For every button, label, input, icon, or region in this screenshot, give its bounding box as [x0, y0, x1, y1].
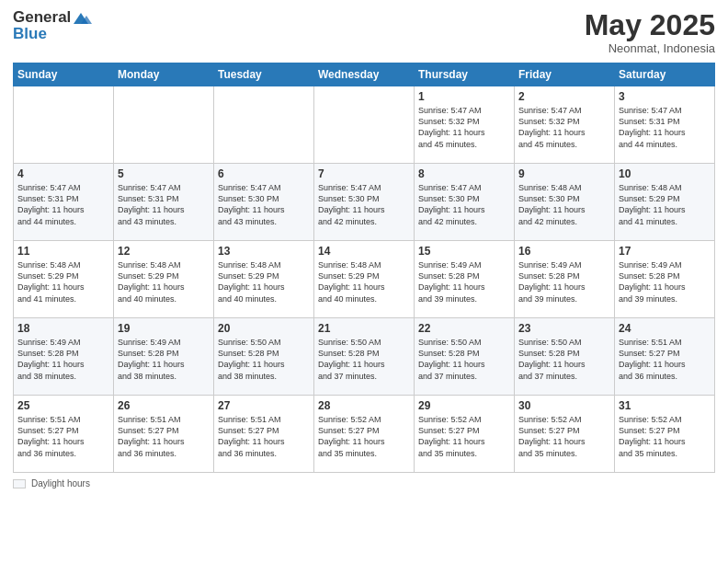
day-number: 18: [17, 322, 109, 335]
calendar-table: SundayMondayTuesdayWednesdayThursdayFrid…: [13, 63, 715, 473]
calendar-cell: 23Sunrise: 5:50 AM Sunset: 5:28 PM Dayli…: [515, 318, 615, 396]
day-info: Sunrise: 5:52 AM Sunset: 5:27 PM Dayligh…: [619, 414, 711, 459]
day-info: Sunrise: 5:48 AM Sunset: 5:29 PM Dayligh…: [17, 259, 109, 304]
day-info: Sunrise: 5:49 AM Sunset: 5:28 PM Dayligh…: [418, 259, 510, 304]
day-info: Sunrise: 5:47 AM Sunset: 5:31 PM Dayligh…: [17, 182, 109, 227]
weekday-header-saturday: Saturday: [615, 63, 715, 86]
day-info: Sunrise: 5:49 AM Sunset: 5:28 PM Dayligh…: [619, 259, 711, 304]
day-info: Sunrise: 5:52 AM Sunset: 5:27 PM Dayligh…: [418, 414, 510, 459]
day-info: Sunrise: 5:48 AM Sunset: 5:29 PM Dayligh…: [118, 259, 210, 304]
page-header: General Blue May 2025 Neonmat, Indonesia: [13, 9, 715, 55]
calendar-cell: [114, 86, 214, 164]
day-info: Sunrise: 5:51 AM Sunset: 5:27 PM Dayligh…: [619, 337, 711, 382]
day-number: 25: [17, 399, 109, 412]
day-number: 31: [619, 399, 711, 412]
logo-icon: [72, 9, 92, 26]
calendar-cell: 1Sunrise: 5:47 AM Sunset: 5:32 PM Daylig…: [415, 86, 515, 164]
day-info: Sunrise: 5:50 AM Sunset: 5:28 PM Dayligh…: [418, 337, 510, 382]
calendar-cell: 8Sunrise: 5:47 AM Sunset: 5:30 PM Daylig…: [415, 164, 515, 241]
calendar-cell: 31Sunrise: 5:52 AM Sunset: 5:27 PM Dayli…: [615, 396, 715, 473]
logo-blue: Blue: [13, 26, 92, 43]
day-number: 5: [118, 167, 210, 180]
day-info: Sunrise: 5:50 AM Sunset: 5:28 PM Dayligh…: [218, 337, 310, 382]
day-info: Sunrise: 5:47 AM Sunset: 5:31 PM Dayligh…: [118, 182, 210, 227]
day-number: 27: [218, 399, 310, 412]
day-info: Sunrise: 5:48 AM Sunset: 5:29 PM Dayligh…: [619, 182, 711, 227]
week-row-1: 1Sunrise: 5:47 AM Sunset: 5:32 PM Daylig…: [14, 86, 715, 164]
calendar-cell: 19Sunrise: 5:49 AM Sunset: 5:28 PM Dayli…: [114, 318, 214, 396]
day-info: Sunrise: 5:47 AM Sunset: 5:32 PM Dayligh…: [418, 105, 510, 150]
weekday-header-friday: Friday: [515, 63, 615, 86]
calendar-cell: 5Sunrise: 5:47 AM Sunset: 5:31 PM Daylig…: [114, 164, 214, 241]
calendar-cell: 16Sunrise: 5:49 AM Sunset: 5:28 PM Dayli…: [515, 241, 615, 318]
calendar-cell: [314, 86, 415, 164]
day-number: 2: [518, 90, 610, 103]
day-info: Sunrise: 5:51 AM Sunset: 5:27 PM Dayligh…: [118, 414, 210, 459]
day-number: 26: [118, 399, 210, 412]
day-info: Sunrise: 5:48 AM Sunset: 5:29 PM Dayligh…: [318, 259, 410, 304]
footer: Daylight hours: [13, 478, 715, 488]
day-info: Sunrise: 5:47 AM Sunset: 5:30 PM Dayligh…: [318, 182, 410, 227]
calendar-cell: 24Sunrise: 5:51 AM Sunset: 5:27 PM Dayli…: [615, 318, 715, 396]
day-number: 1: [418, 90, 510, 103]
calendar-cell: 10Sunrise: 5:48 AM Sunset: 5:29 PM Dayli…: [615, 164, 715, 241]
calendar-cell: [214, 86, 314, 164]
day-info: Sunrise: 5:49 AM Sunset: 5:28 PM Dayligh…: [118, 337, 210, 382]
day-number: 22: [418, 322, 510, 335]
day-number: 23: [518, 322, 610, 335]
title-block: May 2025 Neonmat, Indonesia: [585, 9, 715, 55]
day-number: 7: [318, 167, 410, 180]
day-number: 19: [118, 322, 210, 335]
calendar-cell: 29Sunrise: 5:52 AM Sunset: 5:27 PM Dayli…: [415, 396, 515, 473]
calendar-cell: 28Sunrise: 5:52 AM Sunset: 5:27 PM Dayli…: [314, 396, 415, 473]
day-number: 11: [17, 245, 109, 258]
day-number: 3: [619, 90, 711, 103]
month-title: May 2025: [585, 9, 715, 41]
calendar-cell: 2Sunrise: 5:47 AM Sunset: 5:32 PM Daylig…: [515, 86, 615, 164]
day-info: Sunrise: 5:49 AM Sunset: 5:28 PM Dayligh…: [518, 259, 610, 304]
calendar-cell: 11Sunrise: 5:48 AM Sunset: 5:29 PM Dayli…: [14, 241, 114, 318]
logo: General Blue: [13, 9, 92, 43]
weekday-header-thursday: Thursday: [415, 63, 515, 86]
calendar-cell: 13Sunrise: 5:48 AM Sunset: 5:29 PM Dayli…: [214, 241, 314, 318]
day-info: Sunrise: 5:47 AM Sunset: 5:31 PM Dayligh…: [619, 105, 711, 150]
day-info: Sunrise: 5:48 AM Sunset: 5:30 PM Dayligh…: [518, 182, 610, 227]
calendar-cell: 15Sunrise: 5:49 AM Sunset: 5:28 PM Dayli…: [415, 241, 515, 318]
day-info: Sunrise: 5:49 AM Sunset: 5:28 PM Dayligh…: [17, 337, 109, 382]
weekday-header-tuesday: Tuesday: [214, 63, 314, 86]
day-number: 6: [218, 167, 310, 180]
calendar-cell: 18Sunrise: 5:49 AM Sunset: 5:28 PM Dayli…: [14, 318, 114, 396]
week-row-5: 25Sunrise: 5:51 AM Sunset: 5:27 PM Dayli…: [14, 396, 715, 473]
calendar-cell: 7Sunrise: 5:47 AM Sunset: 5:30 PM Daylig…: [314, 164, 415, 241]
calendar-cell: 17Sunrise: 5:49 AM Sunset: 5:28 PM Dayli…: [615, 241, 715, 318]
day-number: 20: [218, 322, 310, 335]
calendar-cell: 27Sunrise: 5:51 AM Sunset: 5:27 PM Dayli…: [214, 396, 314, 473]
day-info: Sunrise: 5:48 AM Sunset: 5:29 PM Dayligh…: [218, 259, 310, 304]
calendar-cell: 20Sunrise: 5:50 AM Sunset: 5:28 PM Dayli…: [214, 318, 314, 396]
calendar-cell: 4Sunrise: 5:47 AM Sunset: 5:31 PM Daylig…: [14, 164, 114, 241]
day-number: 8: [418, 167, 510, 180]
day-info: Sunrise: 5:47 AM Sunset: 5:30 PM Dayligh…: [418, 182, 510, 227]
week-row-3: 11Sunrise: 5:48 AM Sunset: 5:29 PM Dayli…: [14, 241, 715, 318]
calendar-cell: 22Sunrise: 5:50 AM Sunset: 5:28 PM Dayli…: [415, 318, 515, 396]
weekday-header-wednesday: Wednesday: [314, 63, 415, 86]
day-number: 17: [619, 245, 711, 258]
footer-legend-box: [13, 479, 26, 488]
day-number: 9: [518, 167, 610, 180]
calendar-cell: 30Sunrise: 5:52 AM Sunset: 5:27 PM Dayli…: [515, 396, 615, 473]
location: Neonmat, Indonesia: [585, 41, 715, 55]
day-info: Sunrise: 5:52 AM Sunset: 5:27 PM Dayligh…: [518, 414, 610, 459]
day-info: Sunrise: 5:50 AM Sunset: 5:28 PM Dayligh…: [518, 337, 610, 382]
day-info: Sunrise: 5:51 AM Sunset: 5:27 PM Dayligh…: [17, 414, 109, 459]
calendar-cell: 25Sunrise: 5:51 AM Sunset: 5:27 PM Dayli…: [14, 396, 114, 473]
day-number: 12: [118, 245, 210, 258]
day-info: Sunrise: 5:47 AM Sunset: 5:30 PM Dayligh…: [218, 182, 310, 227]
footer-label: Daylight hours: [31, 478, 90, 488]
calendar-cell: 12Sunrise: 5:48 AM Sunset: 5:29 PM Dayli…: [114, 241, 214, 318]
day-number: 30: [518, 399, 610, 412]
day-number: 29: [418, 399, 510, 412]
day-number: 14: [318, 245, 410, 258]
page-container: General Blue May 2025 Neonmat, Indonesia…: [0, 0, 728, 498]
day-info: Sunrise: 5:47 AM Sunset: 5:32 PM Dayligh…: [518, 105, 610, 150]
calendar-cell: 9Sunrise: 5:48 AM Sunset: 5:30 PM Daylig…: [515, 164, 615, 241]
